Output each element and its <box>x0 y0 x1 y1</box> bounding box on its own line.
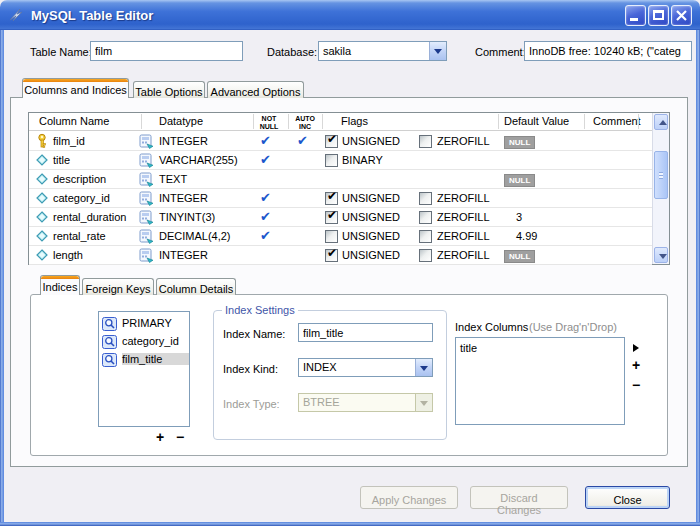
header-default-value[interactable]: Default Value <box>504 115 569 127</box>
table-row-length[interactable]: lengthINTEGER✔UNSIGNEDZEROFILLNULL <box>29 246 652 265</box>
scroll-up-icon[interactable] <box>654 114 668 130</box>
drag-handle-icon[interactable] <box>633 344 639 352</box>
header-not-null[interactable]: NOTNULL <box>254 115 284 130</box>
add-index-column-button[interactable]: + <box>632 358 640 372</box>
add-index-button[interactable]: + <box>156 430 164 444</box>
header-comment[interactable]: Comment <box>593 115 641 127</box>
tab-label: Advanced Options <box>208 86 303 98</box>
table-row-category_id[interactable]: category_idINTEGER✔✔UNSIGNEDZEROFILL <box>29 189 652 208</box>
database-value: sakila <box>323 45 351 57</box>
minimize-icon <box>630 18 638 21</box>
minimize-button[interactable] <box>625 5 646 26</box>
apply-changes-button[interactable]: Apply Changes <box>360 486 458 509</box>
column-name-cell: description <box>53 173 106 185</box>
tab-table-options[interactable]: Table Options <box>133 81 205 98</box>
index-kind-combobox[interactable]: INDEX <box>298 358 433 377</box>
not-null-check-icon[interactable]: ✔ <box>260 209 271 224</box>
list-item-film_title[interactable]: film_title <box>99 351 189 369</box>
flag-checkbox-zerofill[interactable] <box>419 230 432 243</box>
index-list[interactable]: PRIMARYcategory_idfilm_title <box>98 311 190 427</box>
flag-label: ZEROFILL <box>437 192 490 204</box>
datatype-cell: INTEGER <box>159 249 208 261</box>
flag-checkbox-unsigned[interactable]: ✔ <box>325 211 338 224</box>
table-name-input[interactable] <box>90 41 243 61</box>
tab-label: Indices <box>41 281 79 293</box>
tab-foreign-keys[interactable]: Foreign Keys <box>82 278 154 295</box>
index-columns-label: Index Columns <box>455 321 528 333</box>
table-row-description[interactable]: descriptionTEXTNULL <box>29 170 652 189</box>
flag-checkbox-zerofill[interactable] <box>419 211 432 224</box>
flag-checkbox-unsigned[interactable] <box>325 230 338 243</box>
close-button-titlebar[interactable] <box>671 5 692 26</box>
header-flags[interactable]: Flags <box>341 115 368 127</box>
default-value-cell[interactable]: 3 <box>516 211 522 223</box>
index-columns-list[interactable]: title <box>455 337 625 425</box>
datatype-cell: TEXT <box>159 173 187 185</box>
datatype-icon <box>139 229 154 244</box>
remove-index-button[interactable]: − <box>176 430 184 444</box>
flag-checkbox-binary[interactable] <box>325 154 338 167</box>
maximize-button[interactable] <box>648 5 669 26</box>
flag-checkbox-unsigned[interactable]: ✔ <box>325 135 338 148</box>
not-null-check-icon[interactable]: ✔ <box>260 228 271 243</box>
table-row-rental_duration[interactable]: rental_durationTINYINT(3)✔✔UNSIGNEDZEROF… <box>29 208 652 227</box>
datatype-icon <box>139 191 154 206</box>
column-name-cell: length <box>53 249 83 261</box>
tab-column-details[interactable]: Column Details <box>156 278 236 295</box>
tab-label: Foreign Keys <box>83 283 153 295</box>
close-button[interactable]: Close <box>585 486 670 509</box>
flag-checkbox-zerofill[interactable] <box>419 192 432 205</box>
flag-checkbox-zerofill[interactable] <box>419 249 432 262</box>
table-editor-window: MySQL Table Editor Table Name: Database:… <box>0 0 700 526</box>
window-frame-right <box>696 30 700 526</box>
flag-label: ZEROFILL <box>437 135 490 147</box>
flag-label: ZEROFILL <box>437 249 490 261</box>
flag-label: UNSIGNED <box>342 135 400 147</box>
null-badge: NULL <box>504 250 535 263</box>
tab-indices[interactable]: Indices <box>40 275 80 295</box>
list-item-primary[interactable]: PRIMARY <box>99 315 189 333</box>
table-row-film_id[interactable]: film_idINTEGER✔✔✔UNSIGNEDZEROFILLNULL <box>29 132 652 151</box>
index-type-value: BTREE <box>303 396 340 408</box>
discard-changes-button[interactable]: Discard Changes <box>470 486 568 509</box>
column-icon <box>34 190 50 206</box>
table-row-rental_rate[interactable]: rental_rateDECIMAL(4,2)✔UNSIGNEDZEROFILL… <box>29 227 652 246</box>
header-auto-inc[interactable]: AUTOINC <box>291 115 319 130</box>
index-name-input[interactable] <box>298 323 433 342</box>
list-item-category_id[interactable]: category_id <box>99 333 189 351</box>
tab-columns-and-indices[interactable]: Columns and Indices <box>22 78 129 98</box>
index-icon <box>102 316 118 332</box>
remove-index-column-button[interactable]: − <box>632 378 640 392</box>
checkmark-icon: ✔ <box>327 246 337 260</box>
not-null-check-icon[interactable]: ✔ <box>260 190 271 205</box>
database-combobox[interactable]: sakila <box>318 41 447 61</box>
column-icon <box>34 171 50 187</box>
null-badge: NULL <box>504 174 535 187</box>
not-null-check-icon[interactable]: ✔ <box>260 133 271 148</box>
not-null-check-icon[interactable]: ✔ <box>260 152 271 167</box>
flag-checkbox-unsigned[interactable]: ✔ <box>325 192 338 205</box>
flag-checkbox-unsigned[interactable]: ✔ <box>325 249 338 262</box>
scrollbar-thumb[interactable] <box>654 151 668 199</box>
grid-vertical-scrollbar[interactable] <box>652 113 669 264</box>
chevron-down-icon[interactable] <box>415 359 432 376</box>
columns-grid: Column Name Datatype NOTNULL AUTOINC Fla… <box>28 112 670 265</box>
comment-input[interactable] <box>524 41 692 61</box>
datatype-icon <box>139 172 154 187</box>
header-datatype[interactable]: Datatype <box>159 115 203 127</box>
flag-checkbox-zerofill[interactable] <box>419 135 432 148</box>
checkmark-icon: ✔ <box>327 132 337 146</box>
list-item-title[interactable]: title <box>456 340 624 358</box>
table-row-title[interactable]: titleVARCHAR(255)✔BINARY <box>29 151 652 170</box>
default-value-cell[interactable]: 4.99 <box>516 230 537 242</box>
column-icon <box>34 228 50 244</box>
header-column-name[interactable]: Column Name <box>39 115 109 127</box>
scroll-down-icon[interactable] <box>654 247 668 263</box>
index-name: category_id <box>122 335 189 347</box>
index-settings-group: Index Settings Index Name: Index Kind: I… <box>213 310 447 440</box>
title-bar[interactable]: MySQL Table Editor <box>0 0 700 30</box>
null-badge: NULL <box>504 136 535 149</box>
tab-advanced-options[interactable]: Advanced Options <box>207 81 304 98</box>
auto-inc-check-icon[interactable]: ✔ <box>297 133 308 148</box>
chevron-down-icon[interactable] <box>429 42 446 60</box>
